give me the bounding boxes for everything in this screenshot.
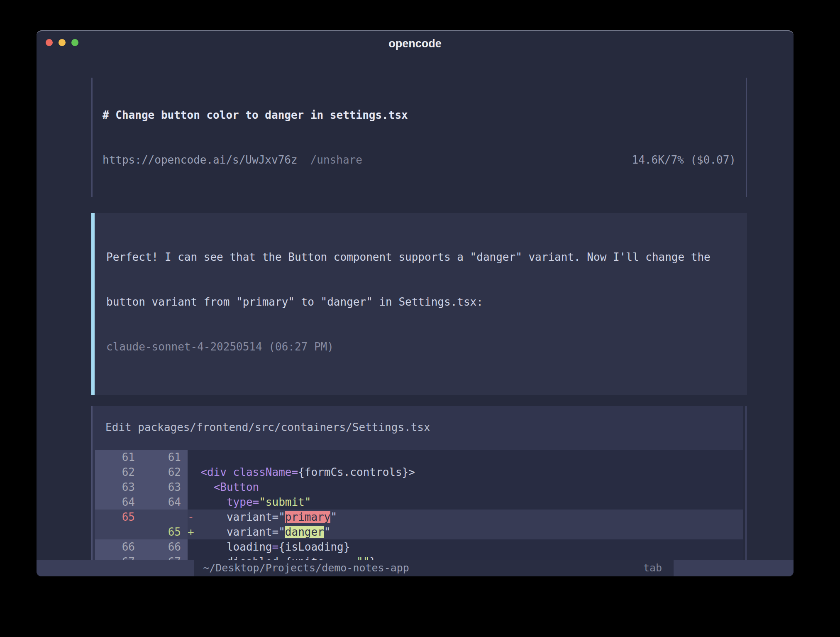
message-text: Perfect! I can see that the Button compo…	[106, 250, 737, 265]
scrollbar-rail[interactable]	[745, 406, 747, 576]
diff-row: 6262 <div className={formCs.controls}>	[95, 465, 743, 480]
titlebar: opencode	[37, 31, 794, 54]
diff-row: 6363 <Button	[95, 480, 743, 495]
diff-row: 65- variant="primary"	[95, 510, 743, 524]
diff-row: 6666 loading={isLoading}	[95, 539, 743, 554]
edit-file-title: Edit packages/frontend/src/containers/Se…	[95, 406, 743, 450]
working-directory: ~/Desktop/Projects/demo-notes-app	[203, 560, 409, 576]
message-model-timestamp: claude-sonnet-4-20250514 (06:27 PM)	[106, 339, 737, 354]
edit-diff-panel: Edit packages/frontend/src/containers/Se…	[91, 406, 743, 576]
mode-indicator: BUILD MODE	[674, 560, 794, 576]
diff-rows: 61616262 <div className={formCs.controls…	[95, 450, 743, 576]
share-url[interactable]: https://opencode.ai/s/UwJxv76z	[103, 152, 298, 167]
window-title: opencode	[37, 31, 794, 54]
message-text: button variant from "primary" to "danger…	[106, 294, 737, 309]
diff-row: 6464 type="submit"	[95, 495, 743, 510]
app-version-segment: opencode v0.3.11	[37, 560, 194, 576]
tab-keyhint: tab	[643, 560, 662, 576]
session-title: # Change button color to danger in setti…	[103, 108, 736, 122]
unshare-command: /unshare	[310, 152, 362, 167]
token-cost-stats: 14.6K/7% ($0.07)	[632, 152, 736, 167]
session-subheader: https://opencode.ai/s/UwJxv76z /unshare …	[103, 152, 736, 167]
assistant-message: Perfect! I can see that the Button compo…	[91, 213, 747, 395]
diff-row: 6161	[95, 450, 743, 465]
edit-tool-block: Edit packages/frontend/src/containers/Se…	[91, 406, 747, 576]
status-bar: opencode v0.3.11 ~/Desktop/Projects/demo…	[37, 560, 794, 576]
session-header: # Change button color to danger in setti…	[91, 78, 747, 197]
diff-row: 65+ variant="danger"	[95, 524, 743, 539]
app-window: opencode # Change button color to danger…	[37, 30, 794, 576]
